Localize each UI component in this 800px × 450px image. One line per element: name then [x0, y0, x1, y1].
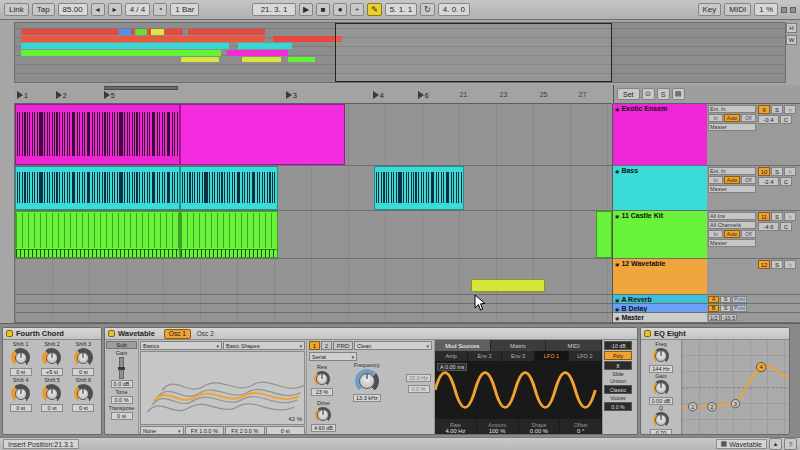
shift-knob-4[interactable]: Shift 40 st	[5, 377, 36, 412]
loop-brace[interactable]	[104, 86, 179, 90]
fit-height-button[interactable]: H	[786, 23, 797, 33]
locator-1[interactable]: 1	[17, 90, 28, 100]
midi-map-button[interactable]: MIDI	[724, 3, 751, 16]
monitor-in-button[interactable]: In	[708, 230, 723, 238]
unison-mode-chooser[interactable]: Classic	[604, 385, 632, 394]
locator-4[interactable]: 4	[373, 90, 384, 100]
device-on-toggle[interactable]	[6, 330, 13, 337]
loop-button[interactable]: ↻	[420, 3, 435, 16]
wavetable-chooser[interactable]: Basic Shapes ▾	[223, 341, 305, 350]
locator-5[interactable]: 5	[104, 90, 115, 100]
output-chooser[interactable]: Master	[708, 123, 756, 131]
fx1-value[interactable]: FX 1 0.0 %	[185, 426, 225, 435]
overview-clip[interactable]	[21, 36, 265, 42]
semi-value[interactable]: 0 st	[266, 426, 306, 435]
quantize-menu[interactable]: 1 Bar	[170, 3, 199, 16]
track-activator-button[interactable]: B	[708, 305, 719, 312]
tempo-field[interactable]: 85.00	[58, 3, 88, 16]
lfo-param-amount[interactable]: Amount100 %	[477, 419, 519, 435]
tab-osc-2[interactable]: Osc 2	[192, 329, 219, 339]
filter2-res-value[interactable]: 0.0 %	[408, 385, 430, 393]
clip[interactable]	[15, 211, 180, 258]
shift-knob-3[interactable]: Shift 30 st	[68, 341, 99, 376]
overdub-button[interactable]: +	[350, 3, 364, 16]
filter-slope-chooser[interactable]: PRD	[333, 341, 353, 350]
arm-button[interactable]: ○	[784, 105, 796, 114]
lfo-display[interactable]: A 0.00 ms	[435, 361, 602, 419]
track-lane-4[interactable]	[15, 259, 612, 295]
overview-clip[interactable]	[188, 29, 265, 35]
solo-button[interactable]: S	[771, 212, 783, 221]
input-chooser[interactable]: Ext. In	[708, 167, 756, 175]
tab-osc-1[interactable]: Osc 1	[164, 329, 191, 339]
device-on-toggle[interactable]	[644, 330, 651, 337]
stop-button[interactable]: ■	[316, 3, 330, 16]
track-lane-6[interactable]	[15, 304, 612, 313]
track-header-2[interactable]: ◉BassExt. InInAutoOffMaster10S○-2.4C	[613, 166, 800, 211]
fx2-value[interactable]: FX 2 0.0 %	[225, 426, 265, 435]
track-name[interactable]: ◉11 Castle Kit	[613, 211, 707, 258]
mod-tab-matrix[interactable]: Matrix	[491, 340, 547, 351]
input-chooser[interactable]: All Ins	[708, 212, 756, 220]
overview-clip[interactable]	[238, 43, 292, 49]
wavetable-category-chooser[interactable]: Basics ▾	[140, 341, 222, 350]
knob-dial[interactable]	[315, 407, 331, 423]
knob-dial[interactable]	[653, 412, 669, 428]
channel-chooser[interactable]: All Channels	[708, 221, 756, 229]
clip[interactable]	[471, 279, 545, 292]
track-activator-button[interactable]: 10	[758, 167, 770, 176]
filter-routing-chooser[interactable]: Serial ▾	[309, 352, 357, 361]
slider-handle[interactable]	[118, 367, 125, 370]
device-on-toggle[interactable]	[108, 330, 115, 337]
fourth-chord-title-bar[interactable]: Fourth Chord	[3, 328, 101, 340]
filter-1-toggle[interactable]: 1	[309, 341, 320, 350]
knob-dial[interactable]	[74, 348, 93, 367]
pan-field[interactable]: C	[780, 177, 792, 186]
metronome-button[interactable]: ◔	[153, 3, 167, 16]
sub-gain-slider[interactable]	[119, 357, 124, 379]
track-name[interactable]: ◉A Reverb	[613, 295, 707, 303]
nudge-down-button[interactable]: ◂	[91, 3, 105, 16]
shift-knob-5[interactable]: Shift 50 st	[36, 377, 67, 412]
solo-button[interactable]: S	[771, 167, 783, 176]
show-hide-help-button[interactable]: ?	[784, 438, 797, 450]
mod-source-tab-env-3[interactable]: Env 3	[502, 351, 535, 361]
track-lane-3[interactable]	[15, 211, 612, 259]
track-lane-5[interactable]	[15, 295, 612, 304]
track-name[interactable]: ◉Bass	[613, 166, 707, 210]
send-mode-button[interactable]: Post	[732, 305, 747, 312]
show-hide-device-view-button[interactable]: ▴	[769, 438, 782, 450]
overview-clip[interactable]	[135, 29, 147, 35]
eq-freq-knob[interactable]: Freq144 Hz	[649, 341, 672, 373]
solo-button[interactable]: S	[720, 296, 731, 303]
track-activator-button[interactable]: A	[708, 296, 719, 303]
monitor-in-button[interactable]: In	[708, 114, 723, 122]
filter2-frequency-value[interactable]: 20.0 Hz	[406, 374, 431, 382]
track-lane-1[interactable]	[15, 104, 612, 166]
arrangement-overview[interactable]	[14, 22, 786, 83]
wavetable-position-value[interactable]: 42 %	[288, 416, 302, 422]
volume-field[interactable]: -0.4	[758, 115, 779, 124]
sub-gain-value[interactable]: 0.0 dB	[111, 380, 133, 388]
filter-circuit-chooser[interactable]: Clean ▾	[354, 341, 432, 350]
lfo-param-offset[interactable]: Offset0 °	[560, 419, 602, 435]
unison-amount-value[interactable]: 0.0 %	[604, 402, 632, 411]
monitor-auto-button[interactable]: Auto	[724, 176, 739, 184]
track-header-7[interactable]: ◉Master1/2-10.5	[613, 313, 800, 323]
overview-clip[interactable]	[288, 57, 315, 62]
mod-source-tab-lfo-1[interactable]: LFO 1	[535, 351, 568, 361]
solo-button[interactable]: S	[771, 260, 783, 269]
track-name[interactable]: ◉Exotic Ensem	[613, 104, 707, 165]
clip[interactable]	[180, 104, 344, 165]
mod-source-tab-env-2[interactable]: Env 2	[468, 351, 501, 361]
pan-field[interactable]: C	[780, 222, 792, 231]
tap-tempo-button[interactable]: Tap	[32, 3, 55, 16]
lfo-attack-value[interactable]: A 0.00 ms	[437, 363, 467, 371]
sub-button[interactable]: Sub	[106, 341, 137, 349]
eq-q-knob[interactable]: Q0.70	[650, 405, 672, 435]
record-button[interactable]: ●	[333, 3, 347, 16]
arm-button[interactable]: ○	[784, 167, 796, 176]
overview-clip[interactable]	[273, 36, 342, 42]
volume-field[interactable]: -2.4	[758, 177, 779, 186]
mod-tab-midi[interactable]: MIDI	[546, 340, 602, 351]
